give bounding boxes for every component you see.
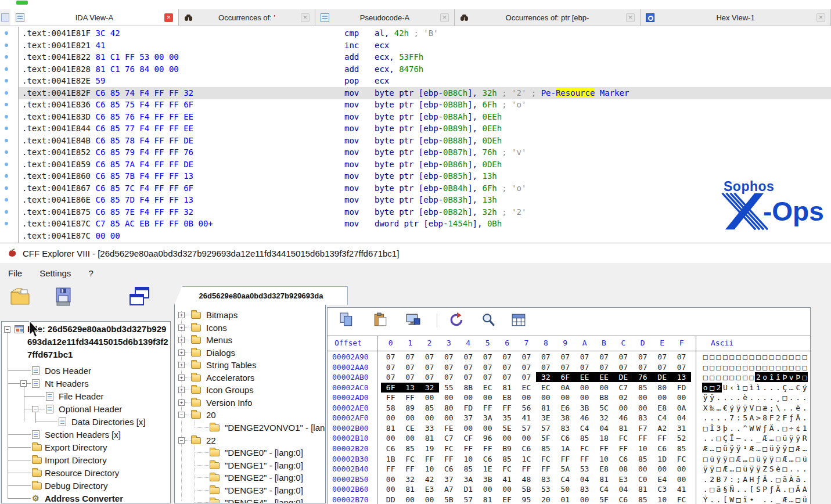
hex-row[interactable]: 00002B70DD00005B5781EF952001005FC68510FC… [328,495,810,504]
hex-byte[interactable]: 07 [381,352,400,362]
hex-byte[interactable]: FF [381,393,400,402]
hex-byte[interactable]: 07 [614,362,633,372]
hex-byte[interactable]: 96 [478,433,497,443]
hex-byte[interactable]: FF [594,444,613,453]
hex-byte[interactable]: 10 [633,444,652,453]
hex-byte[interactable]: 00 [536,393,555,402]
hex-byte[interactable]: 1E [478,464,497,474]
listing-row[interactable]: .text:0041E828 81 C1 76 84 00 00addecx, … [0,63,831,75]
paste-icon[interactable] [373,312,388,327]
hex-byte[interactable]: 02 [614,393,633,402]
hex-byte[interactable]: 07 [497,362,516,372]
close-icon[interactable]: ✕ [816,13,825,22]
hex-byte[interactable]: 81 [633,484,652,494]
hex-byte[interactable]: 00 [575,393,594,402]
tree-expander[interactable]: + [178,350,185,356]
hex-byte[interactable]: C6 [556,433,575,443]
tree-expander[interactable]: + [178,375,185,381]
hex-byte[interactable]: 1A [556,444,575,453]
hex-byte[interactable]: C6 [614,454,633,464]
hex-byte[interactable]: 07 [420,352,439,362]
hex-byte[interactable]: 00 [672,474,691,484]
hex-byte[interactable]: 53 [536,484,555,494]
hex-row[interactable]: 00002AB00707070707070707326FEEEEDE76DE13… [328,372,810,383]
hex-byte[interactable]: 00 [633,393,652,402]
hex-byte[interactable]: 57 [459,495,478,504]
hex-byte[interactable]: 10 [459,454,478,464]
tree-expander[interactable]: − [32,406,38,412]
hex-byte[interactable]: 85 [575,433,594,443]
hex-row[interactable]: 00002AC06F1332558BEC81ECEC0A0000C78580FD… [328,383,810,393]
hex-row[interactable]: 00002B10000081C7CF9600005FC68518FCFFFF52… [328,433,810,444]
hex-byte[interactable]: FF [517,464,536,474]
hex-byte[interactable]: 3A [478,413,497,423]
resource-item--denge0-lang-0-[interactable]: "DENGE0" - [lang:0] [175,447,325,459]
hex-byte[interactable]: 00 [478,484,497,494]
hex-byte[interactable]: 04 [594,423,613,433]
tree-expander[interactable]: + [178,387,185,393]
hex-byte[interactable]: 19 [420,444,439,453]
hex-byte[interactable]: 83 [575,484,594,494]
hex-byte[interactable]: 10 [652,495,671,504]
hex-byte[interactable]: 00 [672,393,691,402]
hex-byte[interactable]: 07 [478,352,497,362]
hex-byte[interactable]: 07 [556,352,575,362]
hex-byte[interactable]: 07 [556,362,575,372]
hex-byte[interactable]: 81 [614,423,633,433]
cff-title-bar[interactable]: CFF Explorer VIII - [26d5629e80aa0bd3d32… [0,243,831,263]
hex-byte[interactable]: 5F [536,433,555,443]
hex-byte[interactable]: 07 [400,362,419,372]
hex-byte[interactable]: FF [614,444,633,453]
hex-byte[interactable]: FF [652,433,671,443]
write-icon[interactable] [405,312,420,327]
resource-item-bitmaps[interactable]: +Bitmaps [175,309,325,321]
hex-byte[interactable]: 81 [497,383,516,393]
hex-row[interactable]: 00002AF000000000373A35413E3846324683C404… [328,413,810,423]
listing-row[interactable]: .text:0041E836 C6 85 75 F4 FF FF 6Fmovby… [0,99,831,111]
hex-byte[interactable]: 1C [517,454,536,464]
pe-structure-tree[interactable]: −File: 26d5629e80aa0bd3d327b929693da12e1… [1,321,171,503]
hex-byte[interactable]: 07 [633,352,652,362]
resource-item--denge4-lang-0-[interactable]: "DENGE4" - [lang:0] [175,496,325,503]
hex-byte[interactable]: 81 [400,484,419,494]
hex-byte[interactable]: FD [459,403,478,413]
hex-row[interactable]: 00002A9007070707070707070707070707070707… [328,352,810,362]
hex-byte[interactable]: 83 [633,413,652,423]
hex-byte[interactable]: 85 [536,444,555,453]
hex-byte[interactable]: 07 [381,362,400,372]
resource-item-icons[interactable]: +Icons [175,322,325,334]
close-icon[interactable]: ✕ [164,13,173,22]
hex-byte[interactable]: 00 [556,393,575,402]
hex-byte[interactable]: C6 [652,444,671,453]
hex-byte[interactable]: 32 [536,372,555,382]
hex-byte[interactable]: C4 [652,413,671,423]
tree-expander[interactable]: − [178,437,185,444]
hex-byte[interactable]: 04 [614,484,633,494]
resource-item-dialogs[interactable]: +Dialogs [175,347,325,359]
hex-byte[interactable]: 00 [459,393,478,402]
hex-byte[interactable]: 35 [497,413,516,423]
hex-byte[interactable]: 81 [381,423,400,433]
menu-item-settings[interactable]: Settings [39,268,71,278]
hex-byte[interactable]: 07 [652,362,671,372]
hex-byte[interactable]: EC [536,383,555,393]
hex-byte[interactable]: 00 [478,423,497,433]
hex-row[interactable]: 00002B20C68519FCFFFFB9C6851AFCFFFF10C685… [328,444,810,454]
disassembly-listing[interactable]: .text:0041E81F 3C 42cmpal, 42h ; 'B'.tex… [0,27,831,243]
hex-byte[interactable]: 07 [478,362,497,372]
listing-row[interactable]: .text:0041E87C C7 85 AC EB FF FF 0B 00+m… [0,218,831,230]
ida-tab-pseudocode-a[interactable]: Pseudocode-A✕ [315,9,455,26]
hex-byte[interactable]: 41 [672,484,691,494]
tree-expander[interactable]: + [178,312,185,318]
reload-icon[interactable] [449,312,465,327]
listing-row[interactable]: .text:0041E82F C6 85 74 F4 FF FF 32movby… [0,87,831,99]
hex-byte[interactable]: 00 [633,403,652,413]
hex-byte[interactable]: 07 [536,352,555,362]
tree-item-nt-headers[interactable]: −Nt Headers [2,377,170,390]
hex-byte[interactable]: 85 [633,383,652,393]
hex-byte[interactable]: FF [536,464,555,474]
tree-item-resource-directory[interactable]: Resource Directory [2,467,170,479]
hex-byte[interactable]: 00 [517,433,536,443]
save-button[interactable] [53,286,73,307]
listing-row[interactable]: .text:0041E867 C6 85 7C F4 FF FF 6Fmovby… [0,182,831,195]
